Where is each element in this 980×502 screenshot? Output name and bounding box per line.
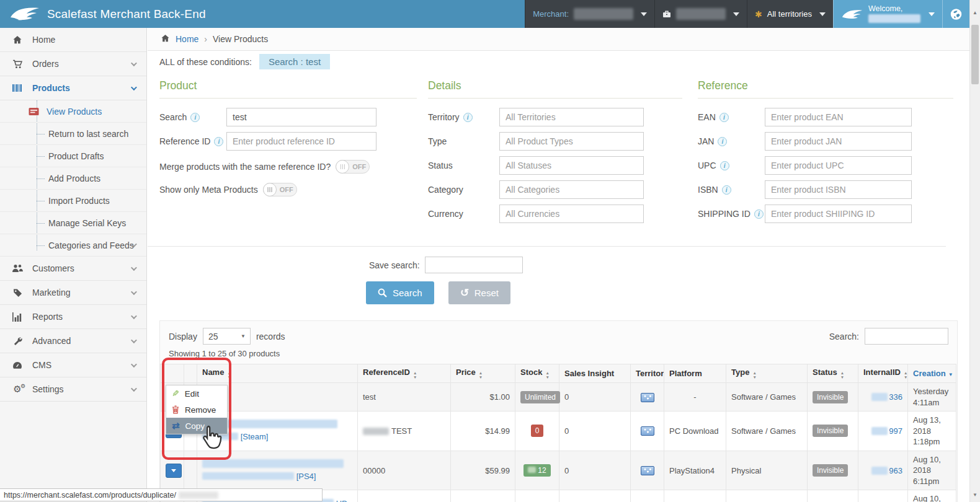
- type-select[interactable]: [499, 132, 644, 151]
- sort-icon: ▲▼: [752, 371, 756, 379]
- scrollbar-up-arrow-icon[interactable]: ▲: [970, 7, 980, 17]
- info-icon[interactable]: i: [719, 113, 729, 122]
- upc-label: UPC: [698, 161, 716, 170]
- product-name-link[interactable]: [Steam]: [241, 432, 269, 441]
- context-menu-edit[interactable]: ✎ Edit: [166, 385, 227, 402]
- isbn-input[interactable]: [765, 180, 912, 199]
- internal-id-link[interactable]: 997: [889, 426, 902, 436]
- col-creation[interactable]: Creation▼: [908, 364, 956, 383]
- chevron-down-icon: [641, 12, 647, 16]
- sidebar-item-cms[interactable]: CMS: [0, 353, 146, 377]
- username-redacted: [868, 14, 920, 23]
- sidebar-item-return-last-search[interactable]: Return to last search: [0, 123, 146, 145]
- home-icon: [12, 35, 23, 45]
- sidebar-item-import-products[interactable]: Import Products: [0, 190, 146, 212]
- filter-section-details: Details Territory i Type Status Category…: [428, 74, 682, 229]
- row-actions-button[interactable]: [166, 464, 182, 478]
- cart-icon: [12, 59, 23, 69]
- territory-selector[interactable]: ✱ All territories: [747, 0, 833, 28]
- reference-id-input[interactable]: [226, 132, 376, 151]
- scrollbar-down-arrow-icon[interactable]: ▼: [970, 490, 980, 500]
- save-search-label: Save search:: [369, 260, 420, 270]
- col-reference-id[interactable]: ReferenceID▲▼: [358, 364, 451, 383]
- col-stock[interactable]: Stock▲▼: [515, 364, 559, 383]
- sidebar-item-orders[interactable]: Orders: [0, 52, 146, 76]
- conditions-label: ALL of these conditions:: [159, 57, 252, 67]
- status-select[interactable]: [499, 156, 644, 175]
- info-icon[interactable]: i: [718, 137, 727, 146]
- breadcrumb-current: View Products: [213, 34, 268, 44]
- search-label: Search: [159, 112, 187, 122]
- creation-cell: Yesterday 4:11am: [908, 383, 956, 412]
- main-content: ALL of these conditions: Search : test P…: [148, 51, 969, 502]
- sidebar-item-product-drafts[interactable]: Product Drafts: [0, 145, 146, 167]
- territory-select[interactable]: [499, 108, 644, 126]
- search-input[interactable]: [226, 108, 376, 126]
- stock-redacted: [528, 467, 536, 473]
- chevron-down-icon: [131, 60, 137, 66]
- save-search-input[interactable]: [425, 257, 523, 273]
- sidebar-item-add-products[interactable]: Add Products: [0, 167, 146, 190]
- sidebar-item-marketing[interactable]: Marketing: [0, 281, 146, 305]
- info-icon[interactable]: i: [214, 137, 223, 146]
- product-name-link[interactable]: [PS4]: [296, 472, 316, 481]
- sort-desc-icon: ▼: [948, 372, 953, 377]
- sidebar-item-view-products[interactable]: View Products: [0, 100, 146, 123]
- upc-input[interactable]: [765, 156, 912, 175]
- info-icon[interactable]: i: [722, 185, 731, 195]
- category-select[interactable]: [499, 180, 644, 199]
- user-menu[interactable]: Welcome,: [833, 0, 942, 28]
- merchant-value-redacted: [574, 8, 633, 20]
- context-menu-remove[interactable]: Remove: [166, 402, 227, 418]
- breadcrumb-home-link[interactable]: Home: [176, 34, 198, 44]
- records-per-page-select[interactable]: 25 ▼: [203, 328, 251, 345]
- store-selector[interactable]: [654, 0, 747, 28]
- brand[interactable]: Scalefast Merchant Back-End: [0, 5, 206, 24]
- meta-products-toggle[interactable]: OFF: [263, 183, 297, 196]
- internal-id-link[interactable]: 336: [889, 392, 902, 402]
- info-icon[interactable]: i: [190, 113, 200, 122]
- info-icon[interactable]: i: [463, 113, 473, 122]
- sidebar-item-settings[interactable]: ⚙⚙ Settings: [0, 377, 146, 402]
- sidebar-item-reports[interactable]: Reports: [0, 305, 146, 329]
- reset-button[interactable]: ↻ Reset: [448, 281, 510, 304]
- page-scrollbar[interactable]: ▲ ▼: [969, 0, 980, 502]
- price-cell: $17.99$29.99: [451, 490, 515, 502]
- sales-insight-cell: 0: [559, 451, 631, 490]
- col-internal-id[interactable]: InternalID▲▼: [858, 364, 908, 383]
- currency-select[interactable]: [499, 205, 644, 223]
- col-status[interactable]: Status▲▼: [808, 364, 858, 383]
- language-globe-button[interactable]: [942, 0, 969, 28]
- sidebar-item-home[interactable]: Home: [0, 28, 146, 52]
- col-price[interactable]: Price▲▼: [451, 364, 515, 383]
- condition-chip[interactable]: Search : test: [259, 54, 330, 69]
- select-caret-icon: ▼: [241, 333, 246, 339]
- sidebar-item-categories-feeds[interactable]: Categories and Feeds: [0, 234, 146, 257]
- filter-section-product: Product Search i Reference ID i Merge pr…: [159, 74, 417, 229]
- platform-cell: -: [664, 383, 726, 412]
- sidebar-item-manage-serial-keys[interactable]: Manage Serial Keys: [0, 212, 146, 234]
- sort-icon: ▲▼: [904, 371, 907, 379]
- jan-input[interactable]: [765, 132, 912, 151]
- table-search-input[interactable]: [865, 328, 948, 345]
- row-actions-context-menu: ✎ Edit Remove ⇄ Copy: [166, 385, 228, 434]
- sidebar-item-customers[interactable]: Customers: [0, 257, 146, 281]
- product-name-link[interactable]: HD: [336, 499, 348, 502]
- col-name[interactable]: Name▲▼: [197, 364, 358, 383]
- shipping-id-input[interactable]: [765, 205, 912, 223]
- reference-cell: TEST: [358, 412, 451, 451]
- context-menu-copy[interactable]: ⇄ Copy: [166, 418, 227, 434]
- info-icon[interactable]: i: [720, 161, 729, 170]
- info-icon[interactable]: i: [754, 209, 764, 219]
- merge-toggle-label: Merge products with the same reference I…: [159, 162, 331, 172]
- internal-id-link[interactable]: 963: [889, 466, 902, 475]
- sidebar-item-products[interactable]: Products: [0, 76, 146, 100]
- sidebar-item-advanced[interactable]: Advanced: [0, 329, 146, 353]
- search-button[interactable]: Search: [366, 281, 434, 304]
- merge-toggle[interactable]: OFF: [336, 160, 370, 174]
- merchant-selector[interactable]: Merchant:: [525, 0, 654, 28]
- shipping-id-label: SHIPPING ID: [698, 209, 751, 219]
- ean-input[interactable]: [765, 108, 912, 126]
- col-type[interactable]: Type▲▼: [726, 364, 808, 383]
- scrollbar-thumb[interactable]: [971, 25, 979, 84]
